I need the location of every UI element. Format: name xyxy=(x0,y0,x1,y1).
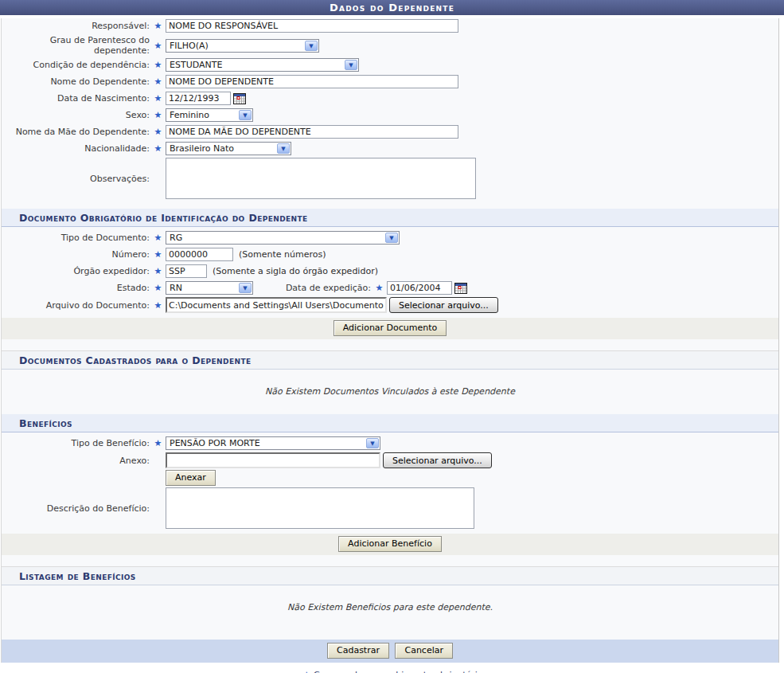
row-descricao-beneficio: Descrição do Benefício: xyxy=(2,487,778,529)
descricao-beneficio-textarea[interactable] xyxy=(166,487,474,529)
required-star-icon: ★ xyxy=(154,233,162,242)
row-sexo: Sexo: ★ Feminino ▼ xyxy=(2,108,778,123)
chevron-down-icon: ▼ xyxy=(239,110,252,120)
chevron-down-icon: ▼ xyxy=(385,233,398,243)
tipo-documento-label: Tipo de Documento: xyxy=(2,233,150,243)
tipo-beneficio-value: PENSÃO POR MORTE xyxy=(170,438,364,448)
condicao-dependencia-select[interactable]: ESTUDANTE ▼ xyxy=(166,58,359,72)
chevron-down-icon: ▼ xyxy=(366,438,379,448)
sexo-select[interactable]: Feminino ▼ xyxy=(166,108,253,122)
condicao-dependencia-value: ESTUDANTE xyxy=(170,60,342,70)
row-numero: Número: ★ (Somente números) xyxy=(2,247,778,262)
nome-dependente-label: Nome do Dependente: xyxy=(2,76,150,87)
required-star-icon: ★ xyxy=(154,127,162,136)
data-expedicao-label: Data de expedição: xyxy=(253,283,371,293)
row-tipo-documento: Tipo de Documento: ★ RG ▼ xyxy=(2,230,778,245)
section-beneficios: Benefícios xyxy=(2,414,778,432)
arquivo-documento-file-input[interactable] xyxy=(166,297,387,313)
row-nacionalidade: Nacionalidade: ★ Brasileiro Nato ▼ xyxy=(2,141,778,156)
condicao-dependencia-label: Condição de dependência: xyxy=(2,60,150,70)
sexo-value: Feminino xyxy=(170,110,236,120)
calendar-icon[interactable] xyxy=(454,282,467,295)
chevron-down-icon: ▼ xyxy=(277,143,290,154)
responsavel-label: Responsável: xyxy=(2,21,150,31)
data-nascimento-input[interactable] xyxy=(166,92,231,105)
nome-mae-input[interactable] xyxy=(166,125,458,139)
nacionalidade-select[interactable]: Brasileiro Nato ▼ xyxy=(166,142,291,155)
required-star-icon: ★ xyxy=(154,250,162,259)
estado-label: Estado: xyxy=(2,283,150,293)
responsavel-input[interactable] xyxy=(166,19,458,33)
form-panel: Responsável: ★ Grau de Parentesco do dep… xyxy=(1,18,779,663)
anexo-browse-button[interactable]: Selecionar arquivo... xyxy=(383,452,492,468)
required-note-text: Campos de preenchimento obrigatório. xyxy=(314,670,486,673)
tipo-documento-select[interactable]: RG ▼ xyxy=(166,231,400,245)
required-star-icon: ★ xyxy=(154,301,162,310)
estado-select[interactable]: RN ▼ xyxy=(166,281,253,295)
row-orgao-expedidor: Órgão expedidor: ★ (Somente a sigla do ó… xyxy=(2,264,778,279)
row-anexo: Anexo: Selecionar arquivo... xyxy=(2,452,778,468)
required-star-icon: ★ xyxy=(154,439,162,448)
section-documento-obrigatorio: Documento Obrigatório de Identificação d… xyxy=(2,209,778,227)
required-star-icon: ★ xyxy=(154,267,162,276)
descricao-beneficio-label: Descrição do Benefício: xyxy=(2,503,150,514)
observacoes-textarea[interactable] xyxy=(166,158,476,199)
row-nome-mae: Nome da Mãe do Dependente: ★ xyxy=(2,124,778,139)
page-title: Dados do Dependente xyxy=(0,0,784,15)
adicionar-documento-button[interactable]: Adicionar Documento xyxy=(333,320,447,336)
estado-value: RN xyxy=(170,283,236,293)
numero-hint: (Somente números) xyxy=(239,249,326,260)
required-fields-note: ★Campos de preenchimento obrigatório. xyxy=(0,663,784,673)
numero-label: Número: xyxy=(2,249,150,260)
required-star-icon: ★ xyxy=(154,77,162,86)
data-expedicao-input[interactable] xyxy=(387,281,452,295)
beneficio-action-bar: Adicionar Benefício xyxy=(2,534,778,555)
orgao-expedidor-hint: (Somente a sigla do órgão expedidor) xyxy=(213,266,378,276)
beneficios-empty-message: Não Existem Beneficios para este depende… xyxy=(2,585,778,630)
row-condicao-dependencia: Condição de dependência: ★ ESTUDANTE ▼ xyxy=(2,57,778,72)
observacoes-label: Observações: xyxy=(2,174,150,184)
chevron-down-icon: ▼ xyxy=(305,41,318,51)
documento-action-bar: Adicionar Documento xyxy=(2,318,778,339)
cadastrar-button[interactable]: Cadastrar xyxy=(327,643,389,659)
orgao-expedidor-input[interactable] xyxy=(166,264,207,278)
nacionalidade-label: Nacionalidade: xyxy=(2,143,150,154)
required-star-icon: ★ xyxy=(154,111,162,119)
arquivo-documento-browse-button[interactable]: Selecionar arquivo... xyxy=(389,297,498,313)
grau-parentesco-select[interactable]: FILHO(A) ▼ xyxy=(166,39,319,53)
required-star-icon: ★ xyxy=(302,670,310,673)
required-star-icon: ★ xyxy=(154,22,162,30)
required-star-icon: ★ xyxy=(375,284,384,292)
sexo-label: Sexo: xyxy=(2,110,150,120)
orgao-expedidor-label: Órgão expedidor: xyxy=(2,266,150,276)
section-documentos-cadastrados: Documentos Cadastrados para o Dependente xyxy=(2,350,778,370)
nome-mae-label: Nome da Mãe do Dependente: xyxy=(2,127,150,137)
nome-dependente-input[interactable] xyxy=(166,75,458,88)
row-tipo-beneficio: Tipo de Benefício: ★ PENSÃO POR MORTE ▼ xyxy=(2,436,778,451)
row-arquivo-documento: Arquivo do Documento: ★ Selecionar arqui… xyxy=(2,297,778,313)
grau-parentesco-value: FILHO(A) xyxy=(170,41,302,51)
required-star-icon: ★ xyxy=(154,41,162,50)
numero-input[interactable] xyxy=(166,248,233,261)
row-observacoes: Observações: xyxy=(2,158,778,199)
chevron-down-icon: ▼ xyxy=(239,283,252,293)
row-data-nascimento: Data de Nascimento: ★ xyxy=(2,91,778,106)
tipo-documento-value: RG xyxy=(170,233,383,243)
tipo-beneficio-select[interactable]: PENSÃO POR MORTE ▼ xyxy=(166,436,380,450)
row-estado-expedicao: Estado: ★ RN ▼ Data de expedição: ★ xyxy=(2,280,778,295)
row-nome-dependente: Nome do Dependente: ★ xyxy=(2,74,778,89)
grau-parentesco-label: Grau de Parentesco do dependente: xyxy=(2,35,150,56)
anexar-button[interactable]: Anexar xyxy=(166,470,216,486)
tipo-beneficio-label: Tipo de Benefício: xyxy=(2,438,150,448)
row-grau-parentesco: Grau de Parentesco do dependente: ★ FILH… xyxy=(2,35,778,56)
row-responsavel: Responsável: ★ xyxy=(2,18,778,33)
required-star-icon: ★ xyxy=(154,61,162,69)
cancelar-button[interactable]: Cancelar xyxy=(395,643,453,659)
required-star-icon: ★ xyxy=(154,144,162,153)
row-anexar: Anexar xyxy=(2,470,778,486)
calendar-icon[interactable] xyxy=(233,92,246,105)
submit-bar: Cadastrar Cancelar xyxy=(2,640,778,663)
arquivo-documento-label: Arquivo do Documento: xyxy=(2,300,150,311)
adicionar-beneficio-button[interactable]: Adicionar Benefício xyxy=(338,536,442,552)
anexo-file-input[interactable] xyxy=(166,452,380,468)
